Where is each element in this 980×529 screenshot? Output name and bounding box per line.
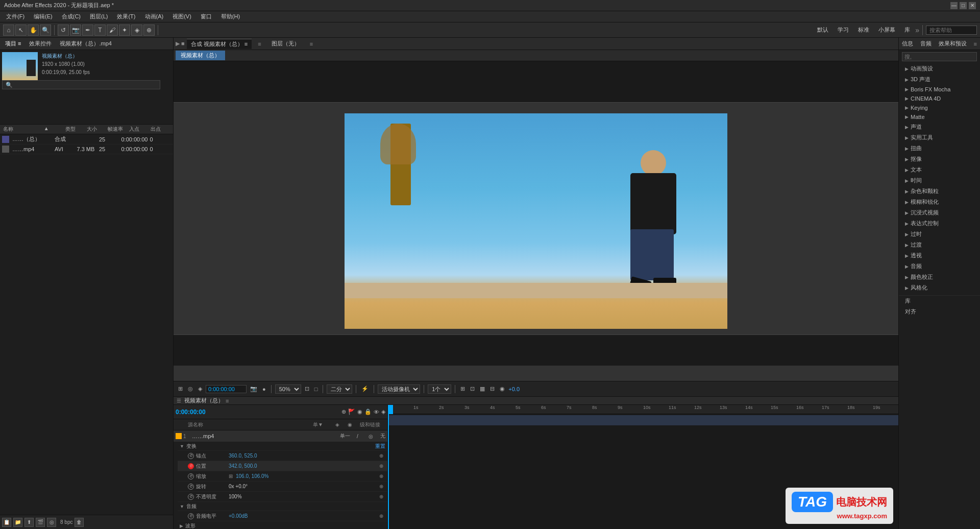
tab-footage[interactable]: 视频素材（总）.mp4 (57, 39, 114, 49)
timeline-hide-btn[interactable]: 👁 (374, 409, 379, 415)
effect-distort[interactable]: ▶ 扭曲 (899, 143, 980, 154)
effect-time[interactable]: ▶ 时间 (899, 175, 980, 186)
opacity-stopwatch[interactable]: ⏱ (188, 494, 194, 500)
anchor-value[interactable]: 360.0, 525.0 (229, 453, 257, 459)
workspace-learn[interactable]: 学习 (834, 25, 853, 35)
region-button[interactable]: □ (313, 386, 320, 392)
select-tool[interactable]: ↖ (15, 25, 27, 36)
tab-info[interactable]: 信息 (902, 40, 913, 47)
effect-obsolete[interactable]: ▶ 过时 (899, 229, 980, 239)
section-align[interactable]: 对齐 (899, 306, 980, 317)
home-tool[interactable]: ⌂ (3, 25, 14, 36)
transparency-button[interactable]: ⊞ (459, 386, 467, 392)
show-channel-button[interactable]: ● (261, 386, 267, 392)
effect-animation-preset[interactable]: ▶ 动画预设 (899, 63, 980, 74)
import-button[interactable]: ⬆ (24, 518, 34, 527)
motion-blur-button[interactable]: ◎ (186, 386, 194, 392)
timeline-ctrl-btn[interactable]: ⊕ (341, 408, 346, 415)
draft-button[interactable]: ◈ (197, 386, 204, 392)
eraser-tool[interactable]: ◈ (131, 25, 142, 36)
effect-keyer[interactable]: ▶ 抠像 (899, 154, 980, 164)
effect-utility[interactable]: ▶ 实用工具 (899, 132, 980, 143)
proj-row-avi[interactable]: ……mp4 AVI 7.3 MB 25 0:00:00:00 0 (0, 145, 173, 154)
timeline-solo-btn[interactable]: ◉ (357, 408, 362, 415)
snap-button[interactable]: ⊞ (177, 386, 184, 392)
opacity-value[interactable]: 100% (229, 494, 242, 499)
tab-project[interactable]: 项目 ≡ (2, 39, 24, 49)
hand-tool[interactable]: ✋ (28, 25, 39, 36)
menu-window[interactable]: 窗口 (197, 12, 216, 21)
pen-tool[interactable]: ✒ (82, 25, 93, 36)
project-search-input[interactable] (2, 80, 160, 89)
workspace-standard[interactable]: 标准 (854, 25, 873, 35)
proj-row-comp[interactable]: ……（总） 合成 25 0:00:00:00 0 (0, 134, 173, 145)
rotation-value[interactable]: 0x +0.0° (229, 484, 248, 489)
camera-tool[interactable]: 📷 (70, 25, 81, 36)
menu-help[interactable]: 帮助(H) (217, 12, 244, 21)
reset-exp-button[interactable]: ◉ (498, 386, 506, 392)
view-select[interactable]: 1个 (428, 384, 451, 394)
menu-edit[interactable]: 编辑(E) (30, 12, 57, 21)
effect-text[interactable]: ▶ 文本 (899, 164, 980, 175)
transform-reset[interactable]: 重置 (375, 443, 385, 450)
effect-boris-fx[interactable]: ▶ Boris FX Mocha (899, 85, 980, 94)
rotate-tool[interactable]: ↺ (58, 25, 69, 36)
tab-comp[interactable]: 合成 视频素材（总） ≡ (187, 39, 252, 49)
delete-button[interactable]: 🗑 (75, 518, 84, 527)
position-stopwatch[interactable]: ⏱ (188, 463, 194, 469)
anchor-stopwatch[interactable]: ⏱ (188, 453, 194, 459)
footage-tab[interactable]: 视频素材（总） (176, 51, 225, 60)
zoom-select[interactable]: 50% (275, 384, 301, 394)
camera-select[interactable]: 活动摄像机 (378, 384, 420, 394)
effect-keying[interactable]: ▶ Keying (899, 103, 980, 112)
quality-select[interactable]: 二分 (327, 384, 352, 394)
effect-matte[interactable]: ▶ Matte (899, 112, 980, 122)
stamp-tool[interactable]: ✦ (119, 25, 130, 36)
audio-level-value[interactable]: +0.00dB (229, 513, 248, 519)
timeline-shy-btn[interactable]: ◈ (381, 408, 385, 415)
fit-button[interactable]: ⊡ (303, 386, 311, 392)
search-input[interactable] (926, 26, 977, 35)
effect-expression-ctrl[interactable]: ▶ 表达式控制 (899, 218, 980, 229)
render-button[interactable]: ◎ (47, 518, 56, 527)
timeline-flag-btn[interactable]: 🚩 (348, 408, 355, 415)
close-button[interactable]: ✕ (969, 2, 976, 9)
minimize-button[interactable]: — (950, 2, 958, 9)
new-comp-button[interactable]: 📋 (2, 518, 11, 527)
transform-toggle[interactable]: ▼ 变换 重置 (178, 442, 387, 451)
timeline-button[interactable]: 🎬 (36, 518, 45, 527)
pixel-aspect-button[interactable]: ⊡ (469, 386, 476, 392)
brush-tool[interactable]: 🖌 (107, 25, 118, 36)
timeline-menu-icon[interactable]: ≡ (226, 398, 229, 404)
effect-3d-channel[interactable]: ▶ 3D 声道 (899, 74, 980, 85)
tab-audio[interactable]: 音频 (920, 40, 932, 47)
timeline-lock-btn[interactable]: 🔒 (364, 408, 372, 415)
right-panel-menu[interactable]: ≡ (974, 41, 977, 47)
tab-effects-presets[interactable]: 效果和预设 (939, 40, 967, 47)
position-value[interactable]: 342.0, 500.0 (229, 463, 257, 469)
menu-comp[interactable]: 合成(C) (58, 12, 85, 21)
wave-toggle[interactable]: ▶ 波形 (178, 521, 387, 529)
window-controls[interactable]: — □ ✕ (950, 2, 976, 9)
effect-color-correct[interactable]: ▶ 颜色校正 (899, 272, 980, 282)
timeline-current-time[interactable]: 0:00:00:00 (176, 408, 206, 416)
menu-effect[interactable]: 效果(T) (113, 12, 139, 21)
text-tool[interactable]: T (94, 25, 106, 36)
effect-blur-sharpen[interactable]: ▶ 模糊和锐化 (899, 197, 980, 207)
effect-transition[interactable]: ▶ 过渡 (899, 239, 980, 250)
menu-layer[interactable]: 图层(L) (86, 12, 112, 21)
audio-stopwatch[interactable]: ⏱ (188, 513, 194, 519)
snapshot-button[interactable]: 📷 (249, 386, 259, 392)
effect-audio-fx[interactable]: ▶ 音频 (899, 261, 980, 272)
scale-stopwatch[interactable]: ⏱ (188, 473, 194, 479)
new-folder-button[interactable]: 📁 (13, 518, 22, 527)
maximize-button[interactable]: □ (960, 2, 967, 9)
audio-toggle[interactable]: ▼ 音频 (178, 502, 387, 511)
layer-parent[interactable]: 无 (380, 432, 385, 440)
workspace-default[interactable]: 默认 (813, 25, 832, 35)
workspace-library[interactable]: 库 (900, 25, 914, 35)
effect-channel[interactable]: ▶ 声道 (899, 122, 980, 132)
workspace-more[interactable]: » (915, 26, 919, 34)
puppet-tool[interactable]: ⊕ (143, 25, 155, 36)
effect-immersive[interactable]: ▶ 沉浸式视频 (899, 207, 980, 218)
